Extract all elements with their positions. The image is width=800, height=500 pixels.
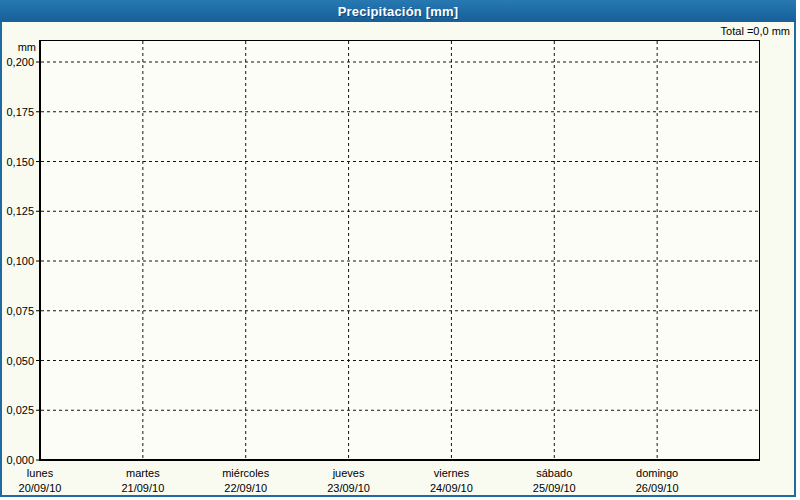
plot-area: mm0,0000,0250,0500,0750,1000,1250,1500,1… [0, 0, 800, 500]
chart-window: Precipitación [mm] Total =0,0 mm mm0,000… [0, 0, 800, 500]
x-date-label: 20/09/10 [19, 482, 62, 494]
x-date-label: 23/09/10 [327, 482, 370, 494]
x-day-label: martes [126, 467, 160, 479]
x-day-label: domingo [636, 467, 678, 479]
x-day-label: lunes [27, 467, 54, 479]
x-date-label: 21/09/10 [121, 482, 164, 494]
y-tick-label: 0,100 [6, 255, 34, 267]
x-day-label: jueves [332, 467, 365, 479]
x-day-label: miércoles [222, 467, 270, 479]
plot-background [40, 40, 760, 460]
x-date-label: 24/09/10 [430, 482, 473, 494]
x-date-label: 25/09/10 [533, 482, 576, 494]
x-date-label: 26/09/10 [636, 482, 679, 494]
y-tick-label: 0,175 [6, 106, 34, 118]
y-tick-label: 0,125 [6, 205, 34, 217]
y-tick-label: 0,050 [6, 355, 34, 367]
x-day-label: viernes [434, 467, 470, 479]
x-day-label: sábado [536, 467, 572, 479]
y-tick-label: 0,075 [6, 305, 34, 317]
y-axis-unit-label: mm [18, 41, 36, 53]
y-tick-label: 0,150 [6, 156, 34, 168]
x-date-label: 22/09/10 [224, 482, 267, 494]
y-tick-label: 0,200 [6, 56, 34, 68]
y-tick-label: 0,000 [6, 454, 34, 466]
y-tick-label: 0,025 [6, 404, 34, 416]
